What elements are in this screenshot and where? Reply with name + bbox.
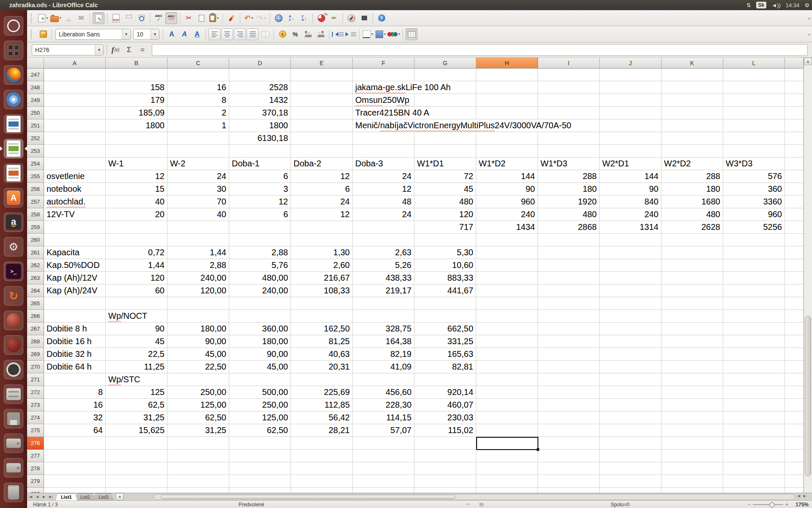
cell-partial-259[interactable] xyxy=(785,221,804,234)
cell-D275[interactable]: 62,50 xyxy=(229,424,291,437)
cell-L254[interactable]: W3*D3 xyxy=(723,157,785,170)
cell-K277[interactable] xyxy=(661,450,723,462)
cell-D264[interactable]: 240,00 xyxy=(229,284,291,297)
cell-F264[interactable]: 219,17 xyxy=(353,284,414,297)
row-header-275[interactable]: 275 xyxy=(27,424,44,437)
cell-L270[interactable] xyxy=(723,361,785,373)
cell-D252[interactable]: 6130,18 xyxy=(229,132,291,145)
cell-J278[interactable] xyxy=(600,462,661,475)
cell-B251[interactable]: 1800 xyxy=(106,119,167,132)
cell-C272[interactable]: 250,00 xyxy=(167,386,229,399)
cell-L264[interactable] xyxy=(723,284,785,297)
cell-D267[interactable]: 360,00 xyxy=(229,323,291,335)
cell-partial-258[interactable] xyxy=(785,208,804,221)
cell-J269[interactable] xyxy=(600,348,661,361)
cell-D268[interactable]: 180,00 xyxy=(229,335,291,348)
cell-B253[interactable] xyxy=(106,145,167,157)
cell-E259[interactable] xyxy=(291,221,353,234)
cell-D265[interactable] xyxy=(229,297,291,310)
launcher-item-system-settings[interactable]: ⚙ xyxy=(0,235,27,259)
cell-B259[interactable] xyxy=(106,221,167,234)
launcher-item-media-app[interactable] xyxy=(0,308,27,333)
align-right-button[interactable] xyxy=(234,28,246,40)
cell-A278[interactable] xyxy=(44,462,106,475)
paste-button[interactable]: ▾ xyxy=(208,12,220,24)
cell-C262[interactable]: 2,88 xyxy=(167,259,229,272)
cell-I249[interactable] xyxy=(538,94,600,107)
cell-G271[interactable] xyxy=(414,373,476,386)
cell-D271[interactable] xyxy=(229,373,291,386)
cell-partial-254[interactable] xyxy=(785,157,804,170)
paste-dropdown-icon[interactable]: ▾ xyxy=(217,16,219,20)
cell-D266[interactable] xyxy=(229,310,291,323)
cell-L258[interactable]: 960 xyxy=(723,208,785,221)
cell-J256[interactable]: 90 xyxy=(600,183,661,196)
cell-K258[interactable]: 480 xyxy=(661,208,723,221)
cell-L276[interactable] xyxy=(723,437,785,450)
cell-G264[interactable]: 441,67 xyxy=(414,284,476,297)
cell-E266[interactable] xyxy=(291,310,353,323)
cell-F276[interactable] xyxy=(353,437,414,450)
cell-I264[interactable] xyxy=(538,284,600,297)
cell-partial-260[interactable] xyxy=(785,234,804,246)
cell-K250[interactable] xyxy=(661,107,723,119)
cell-J258[interactable]: 240 xyxy=(600,208,661,221)
cell-I272[interactable] xyxy=(538,386,600,399)
cell-J276[interactable] xyxy=(600,437,661,450)
cell-partial-263[interactable] xyxy=(785,272,804,284)
cell-J263[interactable] xyxy=(600,272,661,284)
cell-C269[interactable]: 45,00 xyxy=(167,348,229,361)
cell-E247[interactable] xyxy=(291,69,353,81)
row-header-259[interactable]: 259 xyxy=(27,221,44,234)
row-header-276[interactable]: 276 xyxy=(27,437,44,450)
cell-L249[interactable] xyxy=(723,94,785,107)
cell-C273[interactable]: 125,00 xyxy=(167,399,229,411)
cell-G276[interactable] xyxy=(414,437,476,450)
cell-F249[interactable]: Omsun 250 Wp xyxy=(353,94,414,107)
cell-A248[interactable] xyxy=(44,81,106,94)
cell-E252[interactable] xyxy=(291,132,353,145)
cell-L277[interactable] xyxy=(723,450,785,462)
row-header-256[interactable]: 256 xyxy=(27,183,44,196)
print-preview-button[interactable] xyxy=(135,12,147,24)
sort-descending-button[interactable]: ZA↓ xyxy=(298,12,310,24)
cell-H279[interactable] xyxy=(476,475,538,488)
cell-D254[interactable]: Doba-1 xyxy=(229,157,291,170)
launcher-item-ubuntu-one[interactable] xyxy=(0,357,27,382)
column-header-J[interactable]: J xyxy=(600,58,661,69)
column-header-A[interactable]: A xyxy=(44,58,106,69)
cell-L273[interactable] xyxy=(723,399,785,411)
cell-F250[interactable]: Tracer4215BN 40 A xyxy=(353,107,414,119)
volume-icon[interactable]: ◄)) xyxy=(771,2,781,8)
scroll-up-icon[interactable]: ▲ xyxy=(804,58,812,65)
horizontal-scrollbar[interactable] xyxy=(154,494,795,500)
cell-H254[interactable]: W1*D2 xyxy=(476,157,538,170)
cell-A253[interactable] xyxy=(44,145,106,157)
cell-D274[interactable]: 125,00 xyxy=(229,411,291,424)
delete-decimal-button[interactable]: ←0.000 xyxy=(315,28,326,40)
cell-I275[interactable] xyxy=(538,424,600,437)
row-header-265[interactable]: 265 xyxy=(27,297,44,310)
cell-B247[interactable] xyxy=(106,69,167,81)
cell-D279[interactable] xyxy=(229,475,291,488)
launcher-item-libreoffice-calc[interactable] xyxy=(0,136,27,161)
new-document-dropdown-icon[interactable]: ▾ xyxy=(46,16,48,20)
cell-H264[interactable] xyxy=(476,284,538,297)
cell-H272[interactable] xyxy=(476,386,538,399)
column-header-G[interactable]: G xyxy=(414,58,476,69)
cell-L261[interactable] xyxy=(723,246,785,259)
cell-H257[interactable]: 960 xyxy=(476,196,538,208)
background-color-button[interactable]: ▾ xyxy=(375,28,387,40)
cell-partial-251[interactable] xyxy=(785,119,804,132)
cell-J265[interactable] xyxy=(600,297,661,310)
row-header-262[interactable]: 262 xyxy=(27,259,44,272)
cell-K269[interactable] xyxy=(661,348,723,361)
cell-A273[interactable]: 16 xyxy=(44,399,106,411)
cell-partial-274[interactable] xyxy=(785,411,804,424)
cell-C265[interactable] xyxy=(167,297,229,310)
cell-L259[interactable]: 5256 xyxy=(723,221,785,234)
percent-button[interactable]: % xyxy=(289,28,301,40)
cell-L252[interactable] xyxy=(723,132,785,145)
cell-B267[interactable]: 90 xyxy=(106,323,167,335)
row-header-248[interactable]: 248 xyxy=(27,81,44,94)
